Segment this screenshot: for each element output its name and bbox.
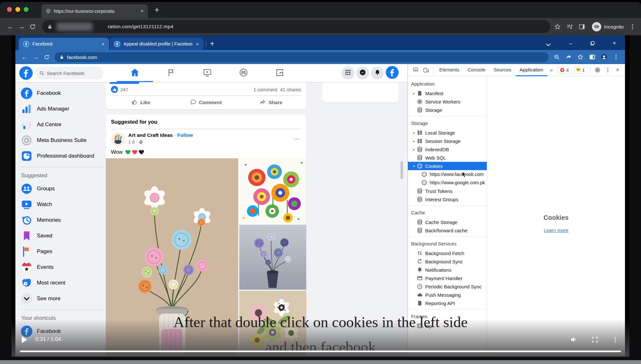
sidebar-item-groups[interactable]: Groups [17,181,107,196]
volume-icon[interactable] [570,336,578,343]
tree-item-https-www-facebook-com[interactable]: https://www.facebook.com [408,170,487,178]
sidebar-item-ads-manager[interactable]: Ads Manager [17,101,107,117]
device-toolbar-icon[interactable] [421,65,431,75]
expander-icon[interactable]: ▸ [412,148,416,151]
sidebar-item-meta-business-suite[interactable]: Meta Business Suite [17,132,107,148]
close-window-icon[interactable]: × [613,40,616,46]
tree-item-indexeddb[interactable]: ▸ IndexedDB [408,145,487,153]
devtools-tab-elements[interactable]: Elements [435,64,464,76]
bookmark-star-icon[interactable] [554,23,561,30]
inner-tab-facebook[interactable]: Facebook × [19,38,109,50]
error-count-badge[interactable]: 4 [557,67,571,74]
inner-forward-icon[interactable]: → [32,54,39,61]
bookmark-star-icon[interactable] [577,54,584,60]
devtools-tab-application[interactable]: Application [516,64,547,76]
tree-item-push-messaging[interactable]: Push Messaging [408,291,487,299]
tree-item-background-sync[interactable]: Background Sync [408,257,487,266]
video-menu-dots-icon[interactable] [612,336,619,343]
inspect-element-icon[interactable] [410,65,421,75]
tree-item-payment-handler[interactable]: Payment Handler [408,274,487,282]
inner-tab-close-icon[interactable]: × [196,41,199,47]
sidebar-item-ad-centre[interactable]: Ad Centre [17,117,107,132]
post-photo-purple-buttons[interactable] [239,225,306,290]
tree-item-manifest[interactable]: ▸ Manifest [408,89,487,97]
outer-new-tab-button[interactable]: + [155,5,159,14]
incognito-badge[interactable]: Incognito [592,22,624,31]
fb-action-profile[interactable] [386,67,399,79]
share-count[interactable]: 41 shares [280,87,301,92]
sidebar-item-most-recent[interactable]: Most recent [17,275,107,291]
post-photo-felt-flowers[interactable] [239,158,306,224]
fb-tab-groups[interactable] [225,64,262,82]
tree-item-local-storage[interactable]: ▸ Local Storage [408,128,487,137]
post-menu-dots[interactable]: … [293,134,300,141]
tree-item-back-forward-cache[interactable]: Back/forward cache [408,226,487,235]
inner-new-tab-button[interactable]: + [210,39,214,48]
fb-tab-gaming[interactable] [262,64,298,82]
media-control-icon[interactable] [566,23,573,30]
chevron-down-icon[interactable] [546,42,551,45]
profile-avatar-icon[interactable] [601,54,607,60]
settings-gear-icon[interactable] [592,65,603,75]
page-scrollbar-thumb[interactable] [401,161,403,179]
outer-forward-icon[interactable]: → [16,23,27,30]
fb-action-notifications[interactable] [371,67,384,79]
expander-icon[interactable]: ▸ [412,92,416,95]
comment-count[interactable]: 1 comment [254,87,277,92]
facebook-logo-icon[interactable] [19,66,33,80]
video-player[interactable]: Facebook × Appeal disabled profile | Fac… [12,35,629,357]
like-button[interactable]: Like [108,96,173,109]
facebook-search-input[interactable]: Search Facebook [35,67,103,79]
sidebar-item-pages[interactable]: Pages [17,244,107,259]
devtools-tab-console[interactable]: Console [464,64,490,76]
play-button-icon[interactable] [22,336,27,343]
inner-back-icon[interactable]: ← [21,54,28,61]
side-panel-icon[interactable] [589,54,595,60]
tree-item-trust-tokens[interactable]: Trust Tokens [408,187,487,195]
devtools-menu-dots-icon[interactable] [603,65,613,75]
share-button[interactable]: Share [239,96,304,109]
tree-item-background-fetch[interactable]: Background Fetch [408,249,487,257]
video-progress-bar[interactable] [20,351,621,352]
inner-menu-dots-icon[interactable] [613,54,619,60]
reaction-count[interactable]: 247 [120,87,128,92]
tree-item-cookies[interactable]: ▾ Cookies [408,162,487,170]
minimize-icon[interactable]: – [569,40,572,47]
follow-button[interactable]: Follow [177,132,193,138]
sidebar-item-memories[interactable]: Memories [17,212,107,228]
inner-tab-appeal[interactable]: Appeal disabled profile | Faceboo × [110,38,203,50]
devtools-tab-sources[interactable]: Sources [490,64,516,76]
sidebar-item-saved[interactable]: Saved [17,228,107,244]
share-icon[interactable] [565,54,572,60]
tree-item-https-www-google-com-pk[interactable]: https://www.google.com.pk [408,178,487,187]
sidebar-item-events[interactable]: Events [17,259,107,275]
tree-item-storage[interactable]: Storage [408,106,487,114]
tree-item-web-sql[interactable]: Web SQL [408,153,487,162]
inner-reload-icon[interactable] [44,54,50,60]
page-name[interactable]: Art and Craft Ideas [128,132,173,138]
sidebar-item-watch[interactable]: Watch [17,196,107,212]
outer-back-icon[interactable]: ← [5,23,16,30]
inner-address-bar[interactable]: facebook.com [55,52,549,62]
tree-item-interest-groups[interactable]: Interest Groups [408,195,487,203]
fb-action-messenger[interactable] [356,67,369,79]
more-tabs-chevron[interactable]: » [547,64,555,76]
tree-item-reporting-api[interactable]: Reporting API [408,299,487,307]
comment-button[interactable]: Comment [173,96,239,109]
expander-icon[interactable]: ▸ [412,139,416,143]
warning-count-badge[interactable]: 1 [573,67,587,74]
sidebar-item-professional-dashboard[interactable]: Professional dashboard [17,148,107,164]
outer-browser-tab[interactable]: https://our-business-corporatio × [41,4,148,18]
maximize-icon[interactable] [590,41,595,46]
tree-item-service-workers[interactable]: Service Workers [408,97,487,106]
side-panel-icon[interactable] [578,23,585,30]
tree-item-notifications[interactable]: Notifications [408,266,487,274]
fb-tab-home[interactable] [117,64,153,82]
outer-tab-close-icon[interactable]: × [140,8,144,14]
sidebar-item-facebook[interactable]: Facebook [17,85,107,101]
page-avatar[interactable] [111,132,125,146]
zoom-traffic-light[interactable] [24,7,29,12]
tree-item-session-storage[interactable]: ▸ Session Storage [408,137,487,145]
close-traffic-light[interactable] [7,7,12,12]
fb-action-menu[interactable] [342,67,354,79]
